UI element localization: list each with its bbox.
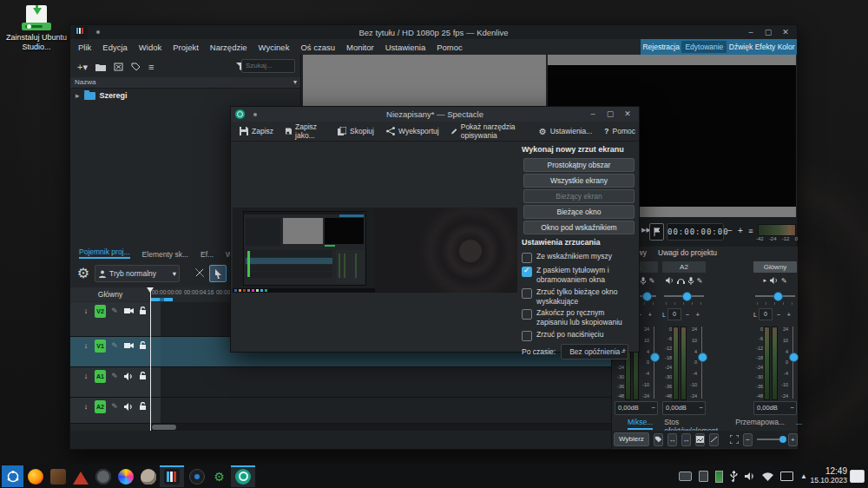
timeline-zoom-slider[interactable] <box>757 435 784 444</box>
taskbar-ardour[interactable] <box>69 465 91 487</box>
taskbar-app-launcher[interactable] <box>2 465 23 487</box>
checkbox-titlebar-border[interactable]: Z paskiem tytułowym i obramowaniem okna <box>522 266 636 285</box>
chevron-down-icon[interactable]: ▾ <box>293 77 297 88</box>
volume-slider-a2[interactable] <box>698 326 706 399</box>
tab-efekty-dock[interactable]: Ef... <box>201 250 214 259</box>
help-button[interactable]: ? Pomoc <box>601 125 639 137</box>
taskbar-studio-controls[interactable]: ⚙ <box>208 465 230 487</box>
balance-spin-a2[interactable]: L 0 − + <box>662 308 706 320</box>
track-a1-header[interactable]: ↓ A1 ✎ <box>70 367 161 398</box>
network-wifi-icon[interactable] <box>762 472 773 481</box>
tab-pojemnik-projektu[interactable]: Pojemnik proj... <box>79 247 130 259</box>
razor-disabled-icon[interactable] <box>192 265 207 280</box>
tag-icon[interactable] <box>654 433 663 446</box>
lock-icon[interactable] <box>137 400 148 412</box>
balance-spin-master[interactable]: L 0 − + <box>753 308 797 320</box>
strip-master-button[interactable]: Główny <box>753 261 797 273</box>
track-a2-header[interactable]: ↓ A2 ✎ <box>70 398 161 424</box>
timecode-minus-button[interactable]: − <box>725 225 735 237</box>
track-a2[interactable]: ↓ A2 ✎ <box>70 398 611 424</box>
target-arrow-icon[interactable]: ↓ <box>81 305 91 317</box>
tab-project-notes[interactable]: Uwagi do projektu <box>658 248 717 260</box>
taskbar-audacity[interactable] <box>186 465 207 487</box>
mute-icon[interactable] <box>123 400 134 412</box>
minus-button[interactable]: − <box>774 312 783 318</box>
menu-narzedzie[interactable]: Narzędzie <box>210 43 247 52</box>
minus-button[interactable]: − <box>683 312 692 318</box>
effects-icon[interactable]: ✎ <box>109 370 120 382</box>
tag-icon[interactable] <box>131 63 141 71</box>
plus-button[interactable]: + <box>646 312 654 318</box>
timeline-zone-bar[interactable] <box>151 298 173 301</box>
zoom-in-button[interactable]: + <box>788 433 798 446</box>
create-folder-icon[interactable] <box>95 63 106 71</box>
taskbar-krita[interactable] <box>115 465 136 487</box>
tab-more[interactable]: ... <box>796 418 802 430</box>
track-a1[interactable]: ↓ A1 ✎ <box>70 367 611 398</box>
copy-button[interactable]: Skopiuj <box>334 125 378 137</box>
capture-all-screens-button[interactable]: Wszystkie ekrany <box>523 174 635 188</box>
add-clip-button[interactable]: +▾ <box>77 62 88 73</box>
volume-slider-master[interactable] <box>789 326 797 399</box>
effects-icon[interactable]: ✎ <box>649 277 655 285</box>
battery-icon[interactable] <box>715 471 723 483</box>
usb-icon[interactable] <box>730 471 738 482</box>
screenshot-preview[interactable] <box>233 208 517 293</box>
checkbox-icon[interactable] <box>522 309 532 320</box>
hide-video-icon[interactable] <box>123 340 134 352</box>
effects-icon[interactable]: ✎ <box>781 277 787 285</box>
view-mode-icon[interactable]: ≡ <box>148 62 154 72</box>
menu-wycinek[interactable]: Wycinek <box>259 43 290 52</box>
effects-icon[interactable]: ✎ <box>109 340 120 352</box>
track-badge[interactable]: A2 <box>95 400 106 413</box>
gear-icon[interactable]: ⚙ <box>76 265 91 280</box>
menu-pomoc[interactable]: Pomoc <box>437 43 463 52</box>
display-icon[interactable] <box>780 472 793 481</box>
clipboard-icon[interactable] <box>699 471 708 482</box>
checkbox-checked-icon[interactable] <box>522 267 532 277</box>
thumbnails-icon[interactable] <box>695 433 705 446</box>
checkbox-mouse-pointer[interactable]: Ze wskaźnikiem myszy <box>522 252 636 263</box>
tab-effect-stack[interactable]: Stos efektów/element... <box>664 418 724 430</box>
strip-a2-button[interactable]: A2 <box>662 261 706 273</box>
plus-button[interactable]: + <box>694 312 702 318</box>
menu-widok[interactable]: Widok <box>139 43 161 52</box>
tab-elementy[interactable]: Elementy sk... <box>142 250 188 259</box>
track-v2-header[interactable]: ↓ V2 ✎ <box>70 302 161 337</box>
selection-tool-button[interactable] <box>209 265 227 282</box>
checkbox-popup-only[interactable]: Zrzuć tylko bieżące okno wyskakujące <box>522 287 636 307</box>
plus-button[interactable]: + <box>785 312 793 318</box>
track-badge[interactable]: V2 <box>95 305 106 318</box>
capture-rectangular-region-button[interactable]: Prostokątny obszar <box>523 158 635 172</box>
target-arrow-icon[interactable]: ↓ <box>81 370 91 382</box>
effects-icon[interactable]: ✎ <box>109 305 120 317</box>
checkbox-on-click[interactable]: Zrzuć po naciśnięciu <box>522 330 636 341</box>
menu-projekt[interactable]: Projekt <box>173 43 199 52</box>
capture-active-window-button[interactable]: Bieżące okno <box>523 205 635 219</box>
balance-slider-master[interactable] <box>755 292 795 300</box>
save-button[interactable]: Zapisz <box>236 125 277 137</box>
bin-column-header[interactable]: Nazwa ▾ <box>70 77 300 89</box>
checkbox-icon[interactable] <box>522 253 532 263</box>
track-badge[interactable]: A1 <box>95 370 106 383</box>
tab-remap[interactable]: Przemapowa... <box>735 418 785 430</box>
export-button[interactable]: Wyeksportuj <box>383 125 443 137</box>
mute-icon[interactable] <box>123 370 134 382</box>
volume-icon[interactable] <box>745 472 755 481</box>
target-arrow-icon[interactable]: ↓ <box>81 340 91 352</box>
touchpad-icon[interactable] <box>679 472 692 481</box>
settings-button[interactable]: ⚙ Ustawienia... <box>536 125 596 138</box>
expand-icon[interactable]: ▸ <box>763 277 766 284</box>
timeline-master-button[interactable]: Główny <box>70 287 151 301</box>
record-mic-icon[interactable] <box>641 277 646 285</box>
maximize-icon[interactable]: ▢ <box>764 28 773 36</box>
taskbar-spectacle-active[interactable] <box>231 465 255 487</box>
tab-dzwiek[interactable]: Dźwięk <box>729 43 753 51</box>
record-mic-icon[interactable] <box>688 277 694 285</box>
menu-monitor[interactable]: Monitor <box>346 43 374 52</box>
monitor-headphones-icon[interactable] <box>677 277 685 285</box>
close-icon[interactable]: ✕ <box>781 28 790 36</box>
zoom-out-button[interactable]: − <box>743 433 753 446</box>
spin-down-icon[interactable]: − <box>621 346 626 359</box>
volume-slider-a1[interactable] <box>650 326 658 399</box>
